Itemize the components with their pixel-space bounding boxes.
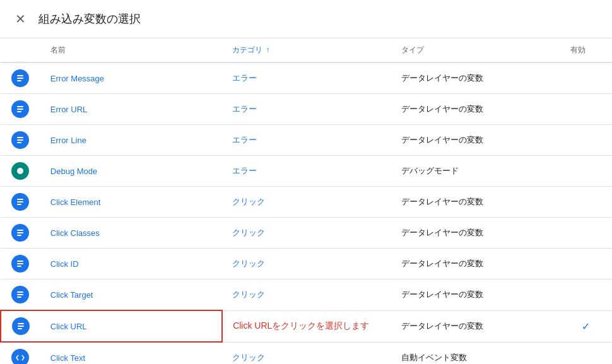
svg-rect-10 <box>17 199 23 200</box>
svg-rect-8 <box>17 142 21 143</box>
row-icon-cell <box>1 218 40 249</box>
doc-icon <box>11 193 29 211</box>
row-enabled <box>560 342 612 364</box>
svg-point-9 <box>17 168 23 174</box>
svg-rect-0 <box>17 75 23 76</box>
table-row[interactable]: Click Elementクリックデータレイヤーの変数 <box>1 187 612 218</box>
row-hint-text: Click URLをクリックを選択します <box>233 320 369 331</box>
row-icon-cell <box>1 156 40 187</box>
svg-rect-13 <box>17 230 23 231</box>
svg-rect-2 <box>17 80 21 81</box>
col-category[interactable]: カテゴリ ↑ <box>222 38 391 62</box>
circle-icon <box>11 162 29 180</box>
table-row[interactable]: Click URLClick URLをクリックを選択しますデータレイヤーの変数✓ <box>1 310 612 342</box>
col-enabled: 有効 <box>560 38 612 62</box>
row-enabled: ✓ <box>560 310 612 342</box>
svg-rect-18 <box>17 266 21 267</box>
table-row[interactable]: Error URLエラーデータレイヤーの変数 <box>1 94 612 125</box>
row-name[interactable]: Click Target <box>40 279 222 311</box>
row-icon-cell <box>1 310 40 342</box>
doc-icon <box>11 69 29 87</box>
row-icon-cell <box>1 62 40 94</box>
doc-icon <box>11 255 29 273</box>
col-name: 名前 <box>40 38 222 62</box>
row-category: クリック <box>222 342 391 364</box>
row-name[interactable]: Error URL <box>40 94 222 125</box>
svg-rect-17 <box>17 263 23 264</box>
modal-header: ✕ 組み込み変数の選択 <box>0 0 612 38</box>
row-type: 自動イベント変数 <box>391 342 560 364</box>
row-enabled <box>560 218 612 249</box>
row-icon-cell <box>1 342 40 364</box>
svg-rect-20 <box>17 294 23 295</box>
table-row[interactable]: Error Lineエラーデータレイヤーの変数 <box>1 125 612 156</box>
table-row[interactable]: Error Messageエラーデータレイヤーの変数 <box>1 62 612 94</box>
table-row[interactable]: Click Targetクリックデータレイヤーの変数 <box>1 279 612 311</box>
doc-icon <box>11 224 29 242</box>
table-container: 名前 カテゴリ ↑ タイプ 有効 Error Messageエラーデータレイヤー… <box>0 38 612 364</box>
col-icon <box>1 38 40 62</box>
table-header-row: 名前 カテゴリ ↑ タイプ 有効 <box>1 38 612 62</box>
row-category: クリック <box>222 279 391 311</box>
svg-rect-7 <box>17 139 23 141</box>
col-type: タイプ <box>391 38 560 62</box>
row-type: データレイヤーの変数 <box>391 62 560 94</box>
row-enabled <box>560 94 612 125</box>
row-icon-cell <box>1 187 40 218</box>
row-category: エラー <box>222 94 391 125</box>
row-type: データレイヤーの変数 <box>391 125 560 156</box>
row-icon-cell <box>1 249 40 279</box>
row-type: データレイヤーの変数 <box>391 249 560 279</box>
svg-rect-24 <box>18 328 22 329</box>
doc-icon <box>12 317 30 335</box>
doc-icon <box>11 286 29 303</box>
row-enabled <box>560 279 612 311</box>
svg-rect-14 <box>17 232 23 233</box>
row-type: デバッグモード <box>391 156 560 187</box>
row-type: データレイヤーの変数 <box>391 94 560 125</box>
row-category: クリック <box>222 218 391 249</box>
table-row[interactable]: Click Classesクリックデータレイヤーの変数 <box>1 218 612 249</box>
row-name[interactable]: Click ID <box>40 249 222 279</box>
doc-icon <box>11 131 29 149</box>
row-icon-cell <box>1 94 40 125</box>
row-icon-cell <box>1 125 40 156</box>
table-row[interactable]: Click IDクリックデータレイヤーの変数 <box>1 249 612 279</box>
svg-rect-11 <box>17 201 23 203</box>
row-type: データレイヤーの変数 <box>391 187 560 218</box>
row-category: クリック <box>222 187 391 218</box>
svg-rect-3 <box>17 106 23 107</box>
table-row[interactable]: Click Textクリック自動イベント変数 <box>1 342 612 364</box>
row-name[interactable]: Error Line <box>40 125 222 156</box>
row-name[interactable]: Error Message <box>40 62 222 94</box>
variables-table: 名前 カテゴリ ↑ タイプ 有効 Error Messageエラーデータレイヤー… <box>0 38 612 364</box>
row-category: クリック <box>222 249 391 279</box>
row-name[interactable]: Click Element <box>40 187 222 218</box>
row-name[interactable]: Debug Mode <box>40 156 222 187</box>
row-name[interactable]: Click Text <box>40 342 222 364</box>
table-row[interactable]: Debug Modeエラーデバッグモード <box>1 156 612 187</box>
svg-rect-21 <box>17 296 21 298</box>
row-enabled <box>560 62 612 94</box>
row-icon-cell <box>1 279 40 311</box>
close-button[interactable]: ✕ <box>13 10 28 28</box>
doc-icon <box>11 100 29 118</box>
row-category: エラー <box>222 156 391 187</box>
svg-rect-6 <box>17 137 23 138</box>
row-category: エラー <box>222 125 391 156</box>
svg-rect-23 <box>18 326 24 327</box>
row-type: データレイヤーの変数 <box>391 310 560 342</box>
modal-title: 組み込み変数の選択 <box>38 11 141 26</box>
row-type: データレイヤーの変数 <box>391 218 560 249</box>
row-enabled <box>560 187 612 218</box>
row-enabled <box>560 156 612 187</box>
svg-rect-22 <box>18 323 24 324</box>
row-name[interactable]: Click URL <box>40 310 222 342</box>
sort-arrow-icon: ↑ <box>266 45 269 54</box>
row-category: エラー <box>222 62 391 94</box>
row-name[interactable]: Click Classes <box>40 218 222 249</box>
svg-rect-15 <box>17 235 21 236</box>
svg-rect-19 <box>17 291 23 293</box>
svg-rect-16 <box>17 261 23 262</box>
row-type: データレイヤーの変数 <box>391 279 560 311</box>
